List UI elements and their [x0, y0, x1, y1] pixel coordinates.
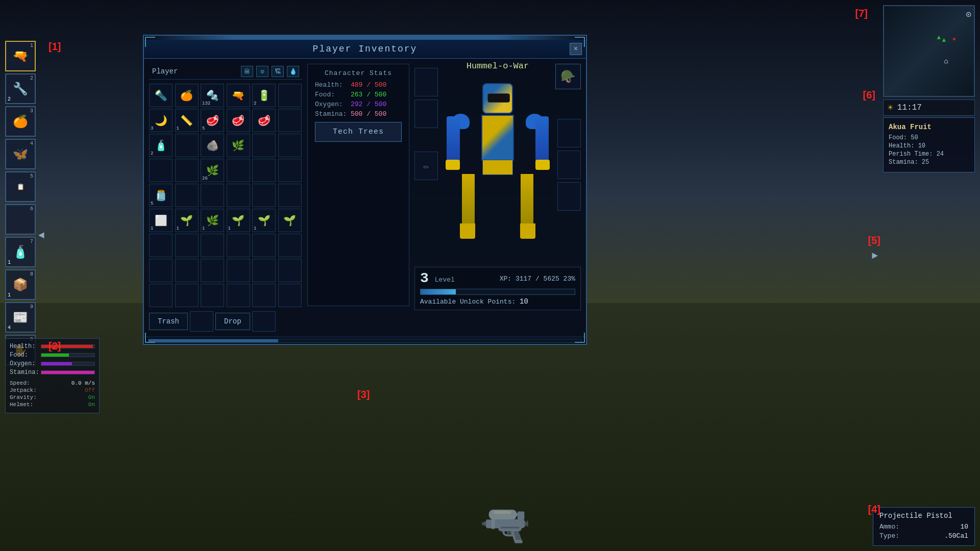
inv-cell-30[interactable]: ⬜1 [149, 209, 173, 232]
inv-cell-4[interactable]: 🔋2 [252, 84, 276, 107]
inv-cell-31[interactable]: 🌱1 [175, 209, 199, 232]
inv-cell-44[interactable] [201, 259, 224, 282]
inv-cell-6[interactable]: 🌙3 [149, 109, 173, 132]
inv-cell-2[interactable]: 🔩132 [201, 84, 224, 107]
inv-cell-40[interactable] [252, 234, 276, 257]
inv-cell-icon-30: ⬜ [155, 214, 167, 227]
toolbar-slot-6[interactable]: 6 [5, 204, 36, 235]
inv-cell-13[interactable] [175, 134, 199, 157]
toolbar-slot-9[interactable]: 📰 9 4 [5, 302, 36, 333]
toolbar-slot-8[interactable]: 📦 8 1 [5, 269, 36, 300]
inv-cell-icon-7: 📏 [180, 114, 193, 127]
toolbar-num-3: 3 [30, 108, 33, 114]
toolbar-slot-1[interactable]: 🔫 1 [5, 41, 36, 71]
inv-cell-15[interactable]: 🌿 [227, 134, 250, 157]
scrollbar-track[interactable] [148, 339, 582, 343]
inv-cell-39[interactable] [227, 234, 250, 257]
inv-cell-18[interactable] [149, 159, 173, 182]
right-arrow-icon[interactable]: ► [872, 250, 878, 262]
inv-scrollbar[interactable] [144, 337, 586, 344]
inv-cell-21[interactable] [227, 159, 250, 182]
equip-slot-r3[interactable] [557, 182, 581, 211]
inv-cell-32[interactable]: 🌿1 [201, 209, 224, 232]
inv-cell-34[interactable]: 🌱1 [252, 209, 276, 232]
inv-cell-5[interactable] [278, 84, 302, 107]
inv-cell-41[interactable] [278, 234, 302, 257]
toolbar-slot-5[interactable]: 📋 5 [5, 171, 36, 202]
inv-cell-28[interactable] [252, 184, 276, 207]
inv-cell-19[interactable] [175, 159, 199, 182]
equip-slot-l1[interactable] [414, 68, 438, 96]
toolbar-slot-3[interactable]: 🍊 3 [5, 106, 36, 137]
equip-slot-r2[interactable] [557, 151, 581, 179]
inv-cell-26[interactable] [201, 184, 224, 207]
toolbar-slot-7[interactable]: 🧴 7 1 [5, 237, 36, 267]
inv-cell-29[interactable] [278, 184, 302, 207]
inv-cell-9[interactable]: 🥩 [227, 109, 250, 132]
inv-cell-3[interactable]: 🔫 [227, 84, 250, 107]
inv-cell-1[interactable]: 🍊 [175, 84, 199, 107]
drop-slot[interactable] [252, 311, 276, 332]
equip-slot-r1[interactable] [557, 119, 581, 147]
tech-trees-button[interactable]: Tech Trees [315, 122, 402, 142]
inv-cell-27[interactable] [227, 184, 250, 207]
inv-cell-16[interactable] [252, 134, 276, 157]
inv-cell-0[interactable]: 🔦 [149, 84, 173, 107]
inv-cell-49[interactable] [175, 284, 199, 307]
inv-cell-48[interactable] [149, 284, 173, 307]
inv-cell-35[interactable]: 🌱 [278, 209, 302, 232]
inv-cell-12[interactable]: 🧴2 [149, 134, 173, 157]
inv-cell-42[interactable] [149, 259, 173, 282]
inv-cell-7[interactable]: 📏1 [175, 109, 199, 132]
trash-button[interactable]: Trash [149, 313, 188, 330]
inv-cell-23[interactable] [278, 159, 302, 182]
inv-cell-24[interactable]: 🫙5 [149, 184, 173, 207]
drop-button[interactable]: Drop [215, 313, 250, 330]
left-arrow-icon[interactable]: ◄ [38, 230, 44, 241]
inv-cell-45[interactable] [227, 259, 250, 282]
inv-cell-33[interactable]: 🌱1 [227, 209, 250, 232]
inv-cell-icon-1: 🍊 [180, 89, 193, 102]
inv-cell-20[interactable]: 🌿26 [201, 159, 224, 182]
inv-cell-38[interactable] [201, 234, 224, 257]
hud-label-3: [3] [357, 389, 370, 400]
helmet-slot[interactable]: 🪖 [555, 64, 581, 89]
char-leg-left [462, 174, 475, 225]
inv-icon-btn-4[interactable]: 💧 [287, 66, 299, 77]
food-bar [41, 354, 69, 357]
inv-icon-btn-3[interactable]: 🏗 [272, 66, 284, 77]
inv-cell-8[interactable]: 🥩5 [201, 109, 224, 132]
toolbar-num-9: 9 [30, 304, 33, 310]
oxygen-bar [41, 362, 72, 365]
inv-cell-17[interactable] [278, 134, 302, 157]
toolbar-icon-9: 📰 [13, 310, 28, 325]
inv-cell-25[interactable] [175, 184, 199, 207]
trash-slot[interactable] [190, 311, 213, 332]
inv-cell-icon-15: 🌿 [232, 139, 244, 152]
inv-cell-43[interactable] [175, 259, 199, 282]
inv-cell-14[interactable]: 🪨 [201, 134, 224, 157]
inv-icon-btn-2[interactable]: ⚙ [256, 66, 268, 77]
inv-cell-47[interactable] [278, 259, 302, 282]
inv-cell-52[interactable] [252, 284, 276, 307]
equip-slot-l2[interactable] [414, 99, 438, 128]
inv-cell-50[interactable] [201, 284, 224, 307]
equip-slot-l3[interactable]: ✏ [414, 152, 438, 180]
inv-cell-11[interactable] [278, 109, 302, 132]
marker-green-1: ▲ [942, 37, 946, 44]
inv-cell-51[interactable] [227, 284, 250, 307]
toolbar-slot-2[interactable]: 🔧 2 2 [5, 73, 36, 104]
scrollbar-thumb[interactable] [149, 339, 278, 342]
char-stats-box: Character Stats Health: 489 / 500 Food: … [307, 64, 409, 306]
inv-cell-53[interactable] [278, 284, 302, 307]
marker-green-2: ▲ [937, 34, 941, 41]
inv-icon-btn-1[interactable]: 🏛 [241, 66, 253, 77]
char-head [482, 83, 513, 114]
inv-cell-22[interactable] [252, 159, 276, 182]
cs-food-row: Food: 263 / 500 [315, 91, 402, 98]
inv-cell-10[interactable]: 🥩 [252, 109, 276, 132]
toolbar-slot-4[interactable]: 🦋 4 [5, 139, 36, 169]
inv-cell-37[interactable] [175, 234, 199, 257]
inv-cell-36[interactable] [149, 234, 173, 257]
inv-cell-46[interactable] [252, 259, 276, 282]
